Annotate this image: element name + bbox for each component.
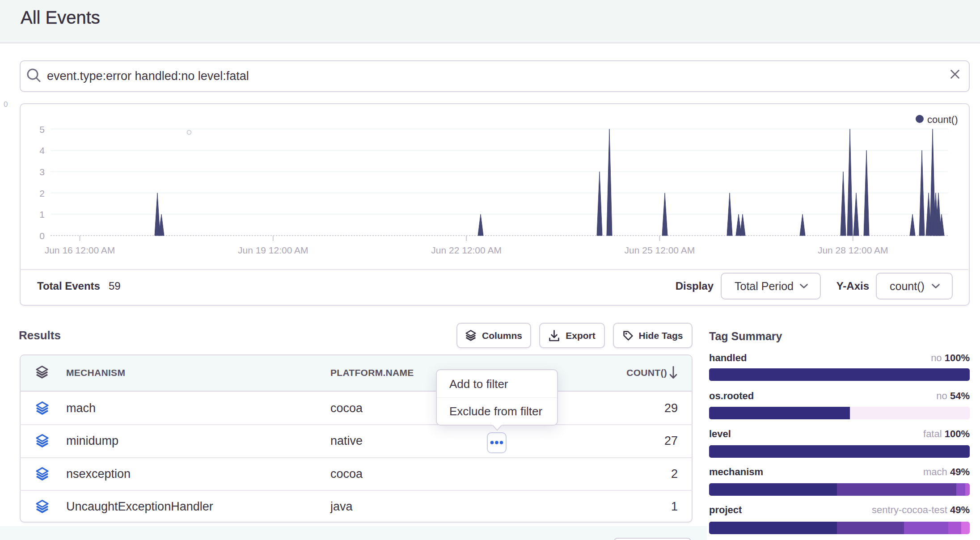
svg-text:Jun 16 12:00 AM: Jun 16 12:00 AM: [45, 245, 115, 255]
svg-text:0: 0: [39, 231, 45, 241]
svg-text:4: 4: [39, 145, 45, 156]
svg-text:5: 5: [39, 124, 45, 135]
svg-text:Jun 25 12:00 AM: Jun 25 12:00 AM: [625, 245, 695, 255]
svg-text:Jun 28 12:00 AM: Jun 28 12:00 AM: [818, 245, 888, 255]
svg-text:3: 3: [39, 167, 45, 177]
svg-text:1: 1: [39, 209, 45, 219]
svg-text:Jun 19 12:00 AM: Jun 19 12:00 AM: [238, 245, 308, 255]
svg-text:2: 2: [39, 188, 45, 198]
svg-text:count(): count(): [927, 114, 958, 125]
svg-text:Jun 22 12:00 AM: Jun 22 12:00 AM: [431, 245, 502, 255]
